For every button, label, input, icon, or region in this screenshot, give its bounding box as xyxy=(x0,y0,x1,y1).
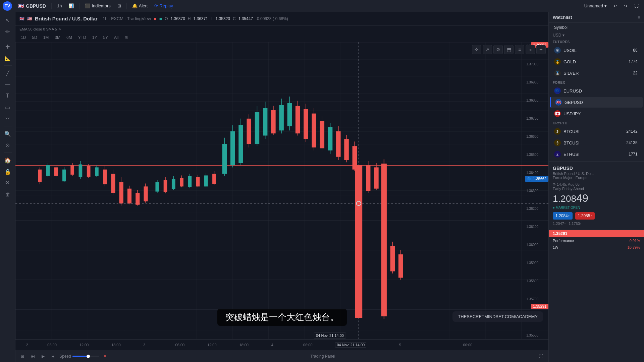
chart-canvas[interactable]: ✛ ↗ ⚙ ⬒ ≡ ≈ ✦ xyxy=(15,42,548,339)
trading-panel-btn[interactable]: Trading Panel xyxy=(308,353,338,360)
rewind-btn[interactable]: ⏮ xyxy=(28,353,38,360)
btc1-icon: ₿ xyxy=(554,128,561,135)
lt-sep3 xyxy=(4,126,12,126)
tf-5y[interactable]: 5Y xyxy=(100,35,111,41)
horizontal-line-tool[interactable]: — xyxy=(2,79,13,90)
date-label-4: 4 xyxy=(271,343,273,347)
text-tool[interactable]: T xyxy=(2,90,13,101)
timeframe-btn[interactable]: 1h xyxy=(54,1,64,11)
bid-btn[interactable]: 1.2084↑ xyxy=(553,212,573,220)
tf-ytd[interactable]: YTD xyxy=(75,35,89,41)
play-btn[interactable]: ▶ xyxy=(39,353,47,360)
lock-btn[interactable]: 🔒 xyxy=(2,166,13,177)
ct-wave[interactable]: ≈ xyxy=(526,45,535,54)
rp-symbol-item[interactable]: Symbol xyxy=(550,23,643,32)
rp-btcusi-1[interactable]: ₿ BTCUSI 24142. xyxy=(550,126,643,137)
rp-eurusd[interactable]: 🇪🇺 EURUSD xyxy=(550,85,643,96)
price-1-36900: 1.36900 xyxy=(525,80,548,85)
symbol-flag2: 🇺🇸 xyxy=(27,16,32,21)
zoom-tool[interactable]: 🔍 xyxy=(2,128,13,139)
step-forward-btn[interactable]: ⏭ xyxy=(49,353,58,360)
measure-tool[interactable]: 📐 xyxy=(2,53,13,63)
rp-silver[interactable]: 🥈 SILVER 22. xyxy=(550,68,643,78)
rp-usdjpy[interactable]: 🇯🇵 USDJPY xyxy=(550,108,643,119)
alert-btn[interactable]: 🔔 Alert xyxy=(129,1,151,11)
redo-btn[interactable]: ↪ xyxy=(621,1,630,11)
price-1-36800: 1.36800 xyxy=(525,98,548,103)
eye-btn[interactable]: 👁 xyxy=(2,178,13,188)
chart-type-btn[interactable]: 📊 xyxy=(66,1,76,11)
price-1-35600: 1.35600 xyxy=(525,315,548,320)
tf-6m[interactable]: 6M xyxy=(64,35,75,41)
stop-btn[interactable]: ✕ xyxy=(101,353,109,360)
ct-arrow[interactable]: ↗ xyxy=(483,45,492,54)
crosshair-price-label: 🔵 1.35662 xyxy=(525,176,548,182)
price-1-35900: 1.35900 xyxy=(525,260,548,265)
draw-tool[interactable]: ✏ xyxy=(2,26,13,37)
indicators-btn[interactable]: ⬛ Indicators xyxy=(82,1,113,11)
tf-1m[interactable]: 1M xyxy=(41,35,52,41)
tf-3m[interactable]: 3M xyxy=(52,35,63,41)
price-1-35700: 1.35700 xyxy=(525,297,548,302)
ask-btn[interactable]: 1.2085↑ xyxy=(575,212,595,220)
undo-btn[interactable]: ↩ xyxy=(611,1,620,11)
tf-replay-icon[interactable]: ⊞ xyxy=(122,35,130,41)
layout-btn[interactable]: ⊞ xyxy=(115,1,124,11)
tf-1y[interactable]: 1Y xyxy=(90,35,100,41)
rp-performance: Performance -0.91% xyxy=(549,237,644,244)
time-0600-3: 06:00 xyxy=(303,343,313,347)
rp-usoil[interactable]: 🛢 USOIL 88. xyxy=(550,45,643,56)
time-1200-2: 12:00 xyxy=(207,343,217,347)
main-layout: ↖ ✏ ✚ 📐 ╱ — T ▭ 〰 🔍 ⊙ 🏠 🔒 👁 🗑 🇬🇧 🇺🇸 Brit… xyxy=(0,12,644,362)
c-label: C xyxy=(233,16,236,21)
speed-slider[interactable] xyxy=(72,356,99,357)
trash-btn[interactable]: 🗑 xyxy=(2,189,13,200)
crosshair-tool[interactable]: ✚ xyxy=(2,41,13,52)
rp-stats: 1.2047↑ 1.1760↑ xyxy=(553,222,640,226)
chart-area: 🇬🇧 🇺🇸 British Pound / U.S. Dollar · 1h ·… xyxy=(15,12,548,362)
pair-flag: 🇬🇧 xyxy=(18,3,24,9)
shapes-tool[interactable]: ▭ xyxy=(2,102,13,113)
tf-1d[interactable]: 1D xyxy=(18,35,29,41)
fullscreen-bottom-btn[interactable]: ⛶ xyxy=(536,353,546,360)
price-1-37000: 1.37000 xyxy=(525,62,548,67)
magnet-tool[interactable]: ⊙ xyxy=(2,140,13,150)
price-1-36500: 1.36500 xyxy=(525,152,548,157)
ct-lock[interactable]: ⬒ xyxy=(504,45,514,54)
sep3 xyxy=(126,3,127,9)
h-val: 1.36371 xyxy=(194,16,208,21)
gold-price: 1774. xyxy=(629,59,639,64)
replay-btn[interactable]: ⟳ Replay xyxy=(152,1,175,11)
watchlist-menu-icon[interactable]: ≡ xyxy=(638,15,640,20)
rp-ethusi[interactable]: Ξ ETHUSI 1771. xyxy=(550,149,643,160)
ct-crosshair[interactable]: ✛ xyxy=(472,45,481,54)
l-label: L xyxy=(211,16,213,21)
tf-5d[interactable]: 5D xyxy=(29,35,40,41)
rp-gold[interactable]: 🥇 GOLD 1774. xyxy=(550,56,643,67)
tf-all[interactable]: All xyxy=(111,35,121,41)
ct-magnet[interactable]: ⚙ xyxy=(493,45,503,54)
indicator-edit-icon[interactable]: ✎ xyxy=(58,27,61,32)
brush-tool[interactable]: 〰 xyxy=(2,113,13,124)
pair-label: GBPUSD xyxy=(26,3,46,9)
date-label-5: 5 xyxy=(399,343,401,347)
silver-price: 22. xyxy=(633,71,639,75)
unnamed-btn[interactable]: Unnamed ▾ xyxy=(582,1,609,11)
ct-star[interactable]: ✦ xyxy=(536,45,546,54)
pair-selector[interactable]: 🇬🇧 GBPUSD xyxy=(15,2,49,10)
rp-usd-label[interactable]: USD ▾ xyxy=(549,32,644,38)
rp-gbpusd[interactable]: 🇬🇧 GBPUSD xyxy=(550,97,643,108)
layout-icon-btn[interactable]: ⊞ xyxy=(18,353,27,360)
detail-name: GBPUSD xyxy=(553,166,640,171)
cursor-tool[interactable]: ↖ xyxy=(2,15,13,25)
ct-list[interactable]: ≡ xyxy=(515,45,524,54)
rp-btcusi-2[interactable]: ₿ BTCUSI 24135. xyxy=(550,137,643,148)
crypto-section: CRYPTO xyxy=(549,119,644,126)
trend-line-tool[interactable]: ╱ xyxy=(2,68,13,78)
fullscreen-btn[interactable]: ⛶ xyxy=(632,1,641,11)
indicator-bar: EMA 50 close 0 SMA 5 ✎ xyxy=(15,25,548,33)
home-btn[interactable]: 🏠 xyxy=(2,155,13,166)
btc2-price: 24135. xyxy=(626,140,639,145)
price-1-36000: 1.36000 xyxy=(525,242,548,247)
logo[interactable]: TV xyxy=(3,1,12,11)
